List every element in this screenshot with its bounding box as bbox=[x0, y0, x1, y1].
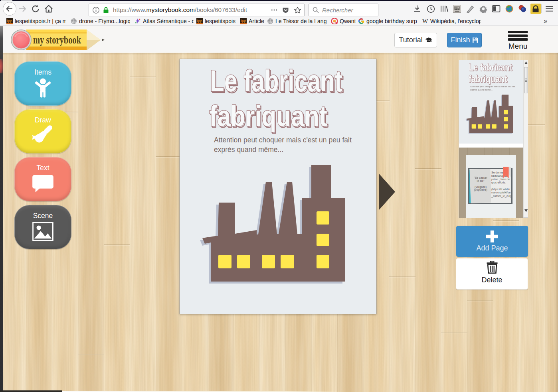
svg-text:my storybook: my storybook bbox=[33, 33, 81, 46]
svg-text:lpp: lpp bbox=[197, 19, 202, 23]
svg-text:lpp: lpp bbox=[241, 19, 246, 23]
svg-text:fabriquant: fabriquant bbox=[469, 74, 507, 84]
svg-text:Le fabricant: Le fabricant bbox=[469, 62, 512, 73]
svg-text:Le fabricant: Le fabricant bbox=[210, 64, 342, 98]
svg-text:fabriquant: fabriquant bbox=[209, 100, 327, 132]
svg-text:lpp: lpp bbox=[7, 19, 12, 23]
svg-text:W: W bbox=[422, 18, 428, 24]
